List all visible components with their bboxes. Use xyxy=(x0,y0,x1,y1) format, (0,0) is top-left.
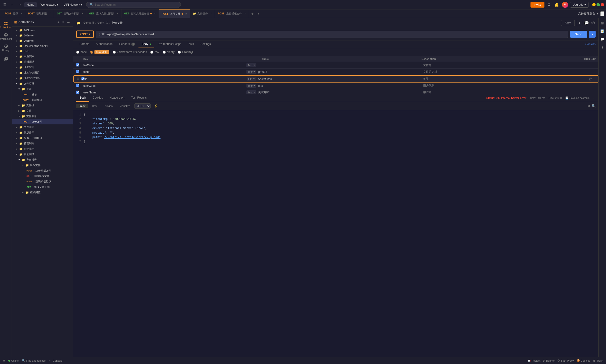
row-checkbox[interactable] xyxy=(76,63,79,66)
sidebar-item-temp[interactable]: ▶ 📁 临时测试 xyxy=(12,59,73,65)
sidebar-item-getauth[interactable]: POST 获取权限 xyxy=(12,97,73,103)
sidebar-item-upload-template[interactable]: POST 上传模板文件 xyxy=(12,168,73,173)
type-selector[interactable]: Text ▾ xyxy=(246,84,256,88)
minimize-button[interactable] xyxy=(592,3,596,6)
save-button[interactable]: Save xyxy=(561,20,575,26)
close-button[interactable] xyxy=(601,3,604,6)
close-icon[interactable]: ✕ xyxy=(20,12,22,15)
new-tab-button[interactable]: + xyxy=(249,12,256,16)
workspaces-button[interactable]: Workspaces ▾ xyxy=(38,2,61,7)
sidebar-item-upload[interactable]: POST 上传文件 xyxy=(12,119,73,124)
tab-params[interactable]: Params xyxy=(76,40,93,48)
history-nav[interactable]: History xyxy=(1,43,11,53)
sidebar-item-autotest[interactable]: ▼ 📁 自动测试 xyxy=(12,152,73,157)
close-icon[interactable]: ✕ xyxy=(49,12,51,15)
response-tab-testresults[interactable]: Test Results xyxy=(128,94,150,102)
home-tab[interactable]: Home xyxy=(24,2,37,7)
sidebar-item-zhonghang[interactable]: ▶ 📁 中航演示 xyxy=(12,54,73,59)
bell-icon[interactable]: 🔔 xyxy=(553,1,560,8)
tab-get-filegroup[interactable]: GET 查询文件组列表 ✕ xyxy=(86,10,121,18)
tab-get-filedetail[interactable]: GET 查询文件组详情 ✕ xyxy=(121,10,159,18)
cookies-button[interactable]: 🍪 Cookies xyxy=(577,359,590,362)
sidebar-item-query-template[interactable]: POST 查询模板记录 xyxy=(12,179,73,184)
bootom-layout-button[interactable]: ⊞ xyxy=(3,359,5,362)
save-example-button[interactable]: 💾 Save as example xyxy=(565,96,589,100)
online-status[interactable]: Online xyxy=(8,359,19,362)
environments-nav[interactable]: Environments xyxy=(1,31,11,42)
close-icon[interactable]: ✕ xyxy=(154,12,156,15)
tab-get-filelist[interactable]: GET 查询文件列表 ✕ xyxy=(54,10,86,18)
sidebar-item-auto-sched[interactable]: ▶ 📁 自动排产 xyxy=(12,146,73,152)
menu-button[interactable]: ☰ xyxy=(2,2,8,8)
delete-row-button[interactable]: 🗑 xyxy=(589,77,592,81)
sidebar-item-beibian[interactable]: ▶ 📁 北变智达 xyxy=(12,65,73,70)
sidebar-options-button[interactable]: ≡ xyxy=(61,20,65,25)
tab-post-login[interactable]: POST 登录 ✕ xyxy=(2,10,25,18)
type-selector[interactable]: Text ▾ xyxy=(246,63,256,67)
right-panel-icon3[interactable]: 💬 xyxy=(599,36,606,43)
close-icon[interactable]: ✕ xyxy=(210,12,212,15)
sidebar-item-706mwc[interactable]: ▶ 📁 706mwc xyxy=(12,33,73,38)
view-tab-raw[interactable]: Raw xyxy=(90,104,100,108)
response-tab-headers[interactable]: Headers (4) xyxy=(106,94,128,102)
maximize-button[interactable] xyxy=(596,3,600,6)
sidebar-item-documenting[interactable]: ▶ 📁 Documenting an API xyxy=(12,43,73,49)
row-checkbox[interactable] xyxy=(76,70,79,73)
sidebar-item-filedisplay[interactable]: ▶ 📁 文件展示 xyxy=(12,124,73,130)
format-options[interactable]: ⚡ xyxy=(152,103,159,109)
search-bar[interactable]: 🔍 Search Postman xyxy=(86,2,181,8)
close-icon[interactable]: ✕ xyxy=(185,13,187,15)
response-tab-cookies[interactable]: Cookies xyxy=(89,94,106,102)
close-icon[interactable]: ✕ xyxy=(244,12,246,15)
tab-prerequest[interactable]: Pre-request Script xyxy=(154,40,184,48)
tab-body[interactable]: Body xyxy=(138,40,155,48)
radio-urlencoded[interactable]: x-www-form-urlencoded xyxy=(113,50,147,54)
send-button[interactable]: Send xyxy=(570,31,587,38)
sidebar-item-dl-template[interactable]: GET 模板文件下载 xyxy=(12,184,73,190)
right-panel-icon1[interactable]: ⊞ xyxy=(600,20,605,26)
right-panel-icon2[interactable]: 📝 xyxy=(599,28,606,35)
workspace-dropdown[interactable]: ▾ xyxy=(597,12,598,15)
tab-post-upload[interactable]: POST 上传文件 ✕ xyxy=(159,10,190,18)
sidebar-item-newver[interactable]: ▶ 📁 新版排产 xyxy=(12,130,73,135)
right-panel-icon4[interactable]: ℹ xyxy=(600,44,604,51)
sidebar-item-file[interactable]: ▶ 📁 文件 xyxy=(12,108,73,114)
upgrade-button[interactable]: Upgrade ▾ xyxy=(570,2,589,8)
settings-icon[interactable]: ⚙ xyxy=(546,1,552,8)
sidebar-item-filegroup[interactable]: ▶ 📁 文件组 xyxy=(12,103,73,108)
sidebar-item-template-files[interactable]: ▼ 📁 模板文件 xyxy=(12,162,73,168)
radio-none[interactable]: none xyxy=(76,50,87,54)
radio-formdata[interactable]: form-data xyxy=(90,50,109,54)
cookies-link[interactable]: Cookies xyxy=(585,43,596,46)
method-selector[interactable]: POST ▾ xyxy=(76,30,94,38)
type-selector[interactable]: File ▾ xyxy=(247,77,256,81)
close-icon[interactable]: ✕ xyxy=(117,12,118,15)
find-replace-button[interactable]: 🔍 Find and replace xyxy=(22,359,46,362)
save-dropdown[interactable]: ▾ xyxy=(577,20,582,26)
tab-overflow-button[interactable]: ▾ xyxy=(256,12,261,15)
response-tab-body[interactable]: Body xyxy=(76,94,89,102)
sidebar-item-706mws[interactable]: ▶ 📁 706mws xyxy=(12,38,73,43)
sidebar-item-privatecloud[interactable]: ▶ 📁 私有云上的接口 xyxy=(12,135,73,141)
collections-nav[interactable]: Collections xyxy=(1,20,11,30)
tab-post-template[interactable]: POST 上传模板文件 ✕ xyxy=(215,10,249,18)
row-checkbox[interactable] xyxy=(76,84,79,87)
url-input[interactable] xyxy=(96,31,568,38)
sidebar-item-export-report[interactable]: ▼ 📁 导出报告 xyxy=(12,157,73,162)
back-button[interactable]: ← xyxy=(9,2,15,8)
sidebar-toggle-right[interactable]: ⊞ xyxy=(600,11,604,16)
view-tab-visualize[interactable]: Visualize xyxy=(117,104,133,108)
forward-button[interactable]: → xyxy=(17,2,23,8)
bulk-edit-button[interactable]: ··· Bulk Edit xyxy=(581,57,596,60)
sidebar-item-beibian-img[interactable]: ▶ 📁 北变智达图片 xyxy=(12,70,73,76)
row-checkbox[interactable] xyxy=(76,91,79,94)
tab-post-permissions[interactable]: POST 获取权限 ✕ xyxy=(25,10,54,18)
tab-tests[interactable]: Tests xyxy=(184,40,197,48)
invite-button[interactable]: Invite xyxy=(530,2,544,8)
tab-authorization[interactable]: Authorization xyxy=(93,40,116,48)
console-button[interactable]: >_ Console xyxy=(49,359,63,362)
comment-button[interactable]: 💬 xyxy=(584,21,589,25)
type-selector[interactable]: Text ▾ xyxy=(246,70,256,74)
sidebar-item-fileservice[interactable]: ▼ 📁 文件服务 xyxy=(12,114,73,119)
close-icon[interactable]: ✕ xyxy=(81,12,83,15)
